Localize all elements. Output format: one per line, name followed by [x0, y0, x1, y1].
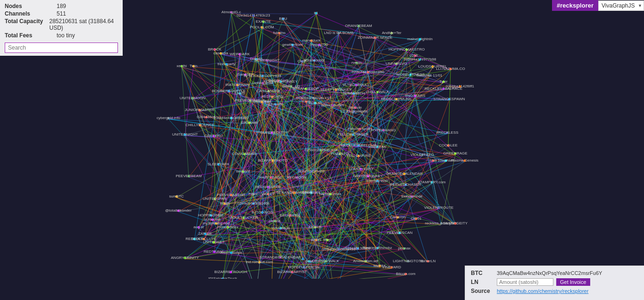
svg-point-156 — [271, 132, 273, 134]
svg-point-28 — [318, 44, 321, 46]
graph-node[interactable]: sumBTC — [169, 194, 184, 198]
svg-point-154 — [272, 160, 274, 162]
svg-point-50 — [356, 62, 358, 64]
svg-point-254 — [397, 216, 399, 219]
svg-point-220 — [267, 193, 269, 196]
graph-node[interactable]: Bitcoin.com — [396, 272, 416, 276]
svg-point-200 — [270, 177, 272, 179]
svg-point-66 — [459, 86, 461, 88]
graph-node[interactable]: rainierLN — [420, 259, 436, 263]
svg-point-196 — [367, 175, 369, 178]
svg-point-48 — [419, 59, 421, 61]
graph-edge — [216, 186, 406, 224]
svg-point-86 — [275, 103, 277, 106]
graph-node[interactable]: SILENTGEITY — [443, 221, 468, 225]
svg-point-246 — [252, 203, 255, 205]
svg-point-208 — [431, 181, 433, 184]
top-right-panel: #recksplorer VivaGraphJS — [552, 0, 644, 11]
svg-point-270 — [204, 233, 207, 235]
total-fees-label: Total Fees — [5, 32, 57, 39]
payment-panel: BTC 39AqCMaBw4nzNxQrPsqYeaNrCC2msrFu6Y L… — [465, 266, 644, 300]
ln-label: LN — [471, 279, 497, 285]
svg-point-296 — [391, 266, 393, 269]
svg-point-244 — [438, 207, 440, 209]
svg-point-316 — [230, 271, 232, 274]
svg-point-182 — [445, 160, 447, 162]
svg-point-126 — [228, 90, 230, 93]
svg-point-134 — [261, 101, 263, 103]
svg-point-122 — [332, 104, 334, 107]
svg-point-138 — [167, 117, 170, 120]
svg-point-206 — [405, 184, 407, 186]
graph-edge — [441, 154, 455, 224]
svg-point-76 — [244, 74, 247, 76]
svg-point-128 — [239, 93, 241, 95]
svg-point-160 — [359, 128, 361, 130]
graph-edge — [262, 28, 443, 90]
svg-point-36 — [239, 53, 241, 56]
svg-point-118 — [448, 98, 451, 101]
graph-edge — [256, 14, 316, 60]
graph-edge — [406, 51, 407, 186]
stats-panel: Nodes 189 Channels 511 Total Capacity 28… — [0, 0, 123, 56]
graph-edge — [304, 268, 406, 275]
graph-edge — [316, 275, 406, 279]
svg-point-60 — [367, 71, 369, 74]
svg-point-142 — [230, 117, 233, 120]
graph-node[interactable]: Plasma Genesis — [451, 158, 478, 163]
svg-point-260 — [454, 223, 457, 225]
svg-point-80 — [277, 80, 280, 82]
graph-edge — [231, 13, 316, 14]
graph-node[interactable]: VINEYARD — [382, 265, 401, 269]
graph-node[interactable]: PEEVEDBEAM — [176, 174, 201, 178]
total-capacity-row: Total Capacity 285210631 sat (31884.64 U… — [5, 18, 118, 31]
graph-node[interactable]: LIGHTNINGTOTE — [393, 259, 424, 263]
svg-point-40 — [414, 55, 417, 57]
btc-label: BTC — [471, 270, 497, 276]
svg-point-290 — [403, 248, 406, 250]
svg-point-180 — [432, 160, 435, 162]
svg-point-144 — [249, 122, 251, 124]
svg-point-148 — [213, 135, 215, 137]
svg-point-232 — [243, 217, 245, 219]
svg-point-292 — [365, 260, 367, 263]
svg-point-88 — [280, 81, 282, 83]
svg-point-8 — [315, 12, 318, 15]
svg-point-22 — [419, 38, 421, 41]
svg-point-166 — [358, 145, 360, 147]
svg-point-170 — [320, 149, 322, 152]
svg-point-102 — [314, 102, 317, 104]
svg-point-58 — [428, 75, 431, 77]
svg-point-172 — [339, 153, 341, 155]
total-fees-value: too tiny — [57, 32, 75, 39]
svg-point-240 — [289, 214, 292, 217]
svg-point-210 — [188, 175, 190, 178]
svg-point-324 — [303, 266, 306, 269]
svg-point-20 — [374, 37, 376, 39]
vivagraph-select[interactable]: VivaGraphJS — [598, 0, 644, 11]
svg-point-0 — [214, 49, 216, 51]
svg-point-226 — [293, 192, 296, 194]
svg-point-114 — [395, 98, 398, 101]
graph-engine-selector[interactable]: VivaGraphJS — [598, 0, 644, 11]
svg-point-72 — [181, 65, 183, 68]
ln-amount-input[interactable] — [497, 278, 553, 286]
svg-point-2 — [230, 11, 233, 14]
graph-edge — [448, 70, 451, 146]
search-input[interactable] — [5, 43, 118, 53]
total-capacity-value: 285210631 sat (31884.64 USD) — [49, 18, 118, 31]
svg-point-44 — [301, 60, 303, 63]
graph-edge — [263, 23, 420, 40]
graph-node[interactable]: #RECKLESS — [436, 130, 458, 135]
svg-point-308 — [213, 251, 216, 253]
svg-point-228 — [267, 186, 269, 189]
svg-point-222 — [310, 192, 313, 194]
source-link[interactable]: https://github.com/chemistry/recksplorer — [497, 288, 588, 294]
get-invoice-button[interactable]: Get Invoice — [556, 278, 590, 286]
svg-point-176 — [447, 145, 450, 147]
svg-point-110 — [353, 93, 355, 95]
svg-point-64 — [443, 81, 445, 83]
svg-point-320 — [291, 271, 293, 274]
svg-point-158 — [352, 134, 354, 136]
svg-point-340 — [405, 273, 407, 275]
